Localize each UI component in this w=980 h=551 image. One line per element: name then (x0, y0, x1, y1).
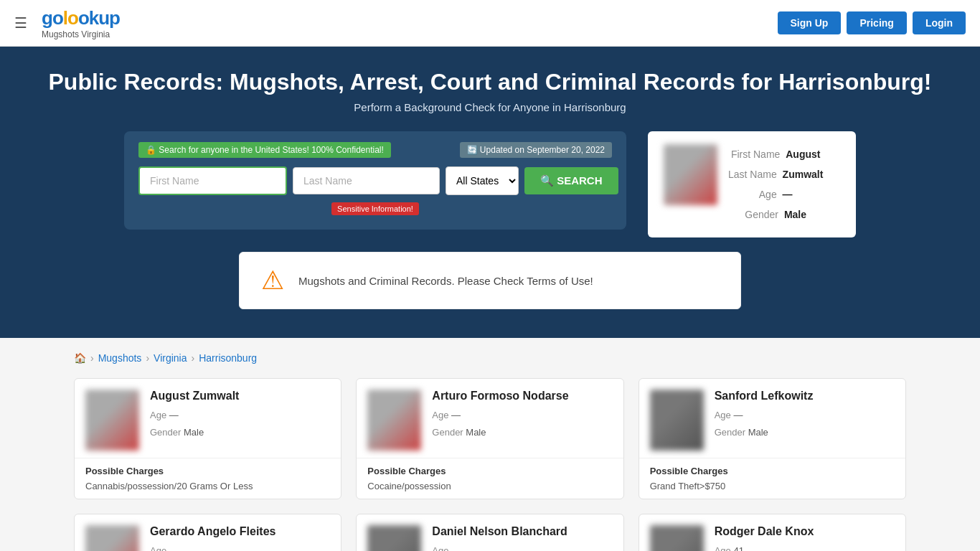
person-gender: Gender Male (150, 424, 239, 441)
cards-grid: August Zumwalt Age — Gender Male Possibl… (74, 378, 906, 551)
breadcrumb: 🏠 › Mugshots › Virginia › Harrisonburg (74, 352, 906, 364)
person-card[interactable]: Rodger Dale Knox Age 41 (639, 514, 906, 551)
person-age: Age — (715, 407, 814, 423)
profile-info: First Name August Last Name Zumwalt Age … (728, 144, 823, 225)
person-age: Age — (432, 407, 568, 423)
search-button[interactable]: 🔍 SEARCH (524, 167, 618, 194)
person-age: Age — (150, 407, 239, 423)
person-photo (650, 390, 704, 451)
person-card-top: Arturo Formoso Nodarse Age — Gender Male (357, 379, 623, 458)
header: ☰ golookup Mugshots Virginia Sign Up Pri… (0, 0, 980, 47)
charge-item: Cocaine/possession (367, 481, 612, 491)
breadcrumb-separator2: › (146, 352, 149, 364)
person-card[interactable]: Sanford Lefkowitz Age — Gender Male Poss… (639, 378, 906, 499)
hero-section: Public Records: Mugshots, Arrest, Court … (0, 47, 980, 338)
logo-subtitle: Mugshots Virginia (42, 29, 110, 39)
charges-section: Possible Charges Cannabis/possession/20 … (75, 458, 341, 499)
person-age: Age 41 (715, 542, 814, 551)
person-age: Age — (150, 542, 275, 551)
search-inputs: All States AlabamaAlaskaArizona Virginia… (138, 166, 612, 195)
person-card[interactable]: Gerardo Angelo Fleites Age — (74, 514, 341, 551)
main-content: 🏠 › Mugshots › Virginia › Harrisonburg A… (60, 338, 920, 551)
person-card-top: Sanford Lefkowitz Age — Gender Male (639, 379, 905, 458)
login-button[interactable]: Login (913, 11, 966, 34)
charges-title: Possible Charges (367, 466, 612, 476)
person-name: Arturo Formoso Nodarse (432, 390, 568, 402)
person-photo (85, 525, 139, 551)
person-photo (367, 390, 421, 451)
person-name: Gerardo Angelo Fleites (150, 525, 275, 538)
person-info: Arturo Formoso Nodarse Age — Gender Male (432, 390, 568, 441)
person-info: August Zumwalt Age — Gender Male (150, 390, 239, 441)
pricing-button[interactable]: Pricing (847, 11, 906, 34)
profile-lastname: Last Name Zumwalt (728, 164, 823, 184)
person-info: Gerardo Angelo Fleites Age — (150, 525, 275, 551)
breadcrumb-virginia[interactable]: Virginia (154, 352, 187, 364)
person-card-top: Gerardo Angelo Fleites Age — (75, 514, 341, 551)
person-name: August Zumwalt (150, 390, 239, 402)
person-gender: Gender Male (432, 424, 568, 441)
person-info: Sanford Lefkowitz Age — Gender Male (715, 390, 814, 441)
charge-item: Grand Theft>$750 (650, 481, 895, 491)
search-container: 🔒 Search for anyone in the United States… (14, 131, 966, 237)
terms-banner: ⚠ Mugshots and Criminal Records. Please … (239, 252, 741, 309)
breadcrumb-separator: › (90, 352, 94, 364)
charges-title: Possible Charges (650, 466, 895, 476)
charges-title: Possible Charges (85, 466, 330, 476)
person-name: Sanford Lefkowitz (715, 390, 814, 402)
logo: golookup Mugshots Virginia (42, 7, 120, 39)
person-age: Age — (432, 542, 567, 551)
state-select[interactable]: All States AlabamaAlaskaArizona Virginia (446, 166, 519, 195)
person-info: Rodger Dale Knox Age 41 (715, 525, 814, 551)
menu-icon[interactable]: ☰ (14, 14, 27, 32)
updated-notice: 🔄 Updated on September 20, 2022 (460, 142, 612, 158)
last-name-input[interactable] (293, 167, 440, 194)
warning-icon: ⚠ (261, 265, 284, 296)
breadcrumb-harrisonburg[interactable]: Harrisonburg (199, 352, 257, 364)
profile-photo (664, 144, 717, 205)
profile-card: First Name August Last Name Zumwalt Age … (648, 131, 856, 237)
search-box: 🔒 Search for anyone in the United States… (124, 131, 626, 230)
confidential-notice: 🔒 Search for anyone in the United States… (138, 142, 391, 158)
profile-gender: Gender Male (728, 204, 823, 225)
person-card-top: Daniel Nelson Blanchard Age — (357, 514, 623, 551)
person-photo (367, 525, 421, 551)
home-icon[interactable]: 🏠 (74, 352, 86, 364)
person-info: Daniel Nelson Blanchard Age — (432, 525, 567, 551)
profile-firstname: First Name August (728, 144, 823, 164)
person-card[interactable]: Arturo Formoso Nodarse Age — Gender Male… (356, 378, 623, 499)
first-name-input[interactable] (138, 166, 287, 195)
hero-title: Public Records: Mugshots, Arrest, Court … (14, 68, 966, 95)
person-card-top: Rodger Dale Knox Age 41 (639, 514, 905, 551)
terms-text: Mugshots and Criminal Records. Please Ch… (298, 275, 593, 287)
charges-section: Possible Charges Cocaine/possession (357, 458, 623, 499)
person-card[interactable]: Daniel Nelson Blanchard Age — (356, 514, 623, 551)
logo-text: golookup (42, 7, 120, 29)
sensitive-badge: Sensitive Information! (331, 202, 419, 215)
breadcrumb-separator3: › (191, 352, 194, 364)
search-notices: 🔒 Search for anyone in the United States… (138, 142, 612, 158)
charge-item: Cannabis/possession/20 Grams Or Less (85, 481, 330, 491)
profile-age: Age — (728, 184, 823, 204)
hero-subtitle: Perform a Background Check for Anyone in… (14, 101, 966, 113)
breadcrumb-mugshots[interactable]: Mugshots (98, 352, 142, 364)
person-name: Rodger Dale Knox (715, 525, 814, 538)
person-name: Daniel Nelson Blanchard (432, 525, 567, 538)
person-card-top: August Zumwalt Age — Gender Male (75, 379, 341, 458)
person-photo (650, 525, 704, 551)
person-gender: Gender Male (715, 424, 814, 441)
person-card[interactable]: August Zumwalt Age — Gender Male Possibl… (74, 378, 341, 499)
person-photo (85, 390, 139, 451)
charges-section: Possible Charges Grand Theft>$750 (639, 458, 905, 499)
signup-button[interactable]: Sign Up (778, 11, 842, 34)
